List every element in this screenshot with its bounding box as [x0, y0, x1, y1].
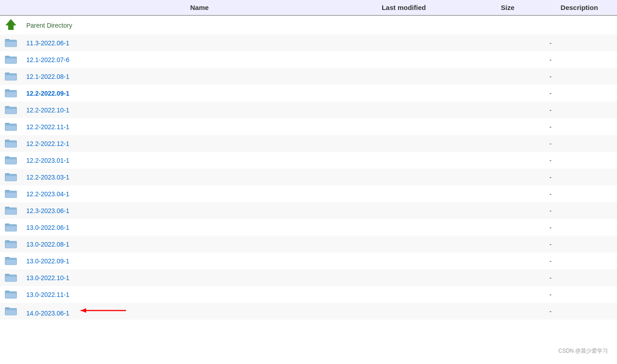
svg-rect-52	[5, 242, 17, 243]
folder-link[interactable]: 12.2-2022.10-1	[26, 107, 69, 114]
col-last-modified-header[interactable]: Last modified	[377, 0, 496, 15]
size-dash: -	[496, 118, 556, 135]
col-desc-header[interactable]: Description	[556, 0, 617, 15]
folder-link[interactable]: 12.1-2022.07-6	[26, 56, 69, 63]
size-dash: -	[496, 169, 556, 185]
folder-name-cell[interactable]: 12.1-2022.08-1	[22, 68, 377, 85]
folder-link[interactable]: 13.0-2022.09-1	[26, 257, 69, 265]
folder-icon	[5, 70, 17, 81]
red-arrow-svg	[76, 306, 131, 315]
list-item: 13.0-2022.10-1-	[0, 269, 617, 286]
size-dash: -	[496, 34, 556, 51]
folder-icon-cell	[0, 85, 22, 102]
col-size-header[interactable]: Size	[496, 0, 556, 15]
folder-link[interactable]: 12.2-2022.09-1	[26, 90, 69, 97]
folder-name-cell[interactable]: 12.2-2022.10-1	[22, 102, 377, 118]
folder-icon	[5, 272, 17, 282]
up-arrow-icon	[5, 25, 17, 32]
parent-directory-link-cell[interactable]: Parent Directory	[22, 15, 377, 34]
list-item: 11.3-2022.06-1-	[0, 34, 617, 51]
folder-link[interactable]: 13.0-2022.06-1	[26, 224, 69, 231]
folder-name-cell[interactable]: 13.0-2022.08-1	[22, 236, 377, 252]
svg-rect-32	[5, 158, 17, 160]
size-dash: -	[496, 185, 556, 202]
folder-icon-cell	[0, 118, 22, 135]
folder-icon-cell	[0, 202, 22, 219]
folder-icon	[5, 255, 17, 266]
folder-name-cell[interactable]: 12.2-2022.12-1	[22, 135, 377, 152]
folder-icon	[5, 305, 17, 316]
list-item: 12.2-2022.11-1-	[0, 118, 617, 135]
svg-rect-60	[5, 275, 17, 277]
list-item: 12.2-2023.04-1-	[0, 185, 617, 202]
folder-link[interactable]: 14.0-2023.06-1	[26, 310, 69, 317]
svg-rect-24	[5, 124, 17, 126]
folder-icon	[5, 221, 17, 232]
folder-icon-cell	[0, 68, 22, 85]
folder-link[interactable]: 11.3-2022.06-1	[26, 39, 69, 47]
folder-link[interactable]: 13.0-2022.08-1	[26, 241, 69, 248]
size-dash: -	[496, 102, 556, 118]
folder-link[interactable]: 12.2-2023.04-1	[26, 190, 69, 198]
svg-rect-44	[5, 208, 17, 210]
folder-icon-cell	[0, 185, 22, 202]
folder-icon	[5, 288, 17, 299]
folder-icon	[5, 171, 17, 182]
parent-directory-link[interactable]: Parent Directory	[26, 22, 72, 29]
svg-rect-56	[5, 258, 17, 260]
folder-icon-cell	[0, 236, 22, 252]
folder-name-cell[interactable]: 12.2-2023.01-1	[22, 152, 377, 169]
list-item: 12.2-2022.12-1-	[0, 135, 617, 152]
folder-name-cell[interactable]: 13.0-2022.10-1	[22, 269, 377, 286]
list-item: 13.0-2022.06-1-	[0, 219, 617, 236]
size-dash: -	[496, 68, 556, 85]
folder-link[interactable]: 13.0-2022.10-1	[26, 274, 69, 281]
folder-name-cell[interactable]: 13.0-2022.11-1	[22, 286, 377, 303]
list-item: 13.0-2022.11-1-	[0, 286, 617, 303]
folder-link[interactable]: 12.2-2022.11-1	[26, 123, 69, 131]
col-icon-header	[0, 0, 22, 15]
svg-rect-40	[5, 191, 17, 193]
folder-link[interactable]: 13.0-2022.11-1	[26, 291, 69, 298]
folder-icon-cell	[0, 269, 22, 286]
red-arrow-annotation	[76, 306, 131, 317]
size-dash: -	[496, 85, 556, 102]
svg-rect-20	[5, 107, 17, 109]
folder-icon	[5, 204, 17, 215]
folder-name-cell[interactable]: 12.2-2023.03-1	[22, 169, 377, 185]
folder-link[interactable]: 12.1-2022.08-1	[26, 73, 69, 80]
folder-icon-cell	[0, 252, 22, 269]
svg-rect-12	[5, 74, 17, 76]
folder-name-cell[interactable]: 14.0-2023.06-1	[22, 303, 377, 320]
folder-icon-cell	[0, 51, 22, 68]
folder-icon-cell	[0, 102, 22, 118]
folder-name-cell[interactable]: 13.0-2022.09-1	[22, 252, 377, 269]
folder-icon-cell	[0, 152, 22, 169]
size-dash: -	[496, 51, 556, 68]
parent-directory-row: Parent Directory	[0, 15, 617, 34]
folder-link[interactable]: 12.2-2022.12-1	[26, 140, 69, 147]
list-item: 12.2-2023.01-1-	[0, 152, 617, 169]
folder-link[interactable]: 12.2-2023.01-1	[26, 157, 69, 164]
folder-name-cell[interactable]: 12.2-2022.09-1	[22, 85, 377, 102]
parent-icon-cell	[0, 15, 22, 34]
folder-name-cell[interactable]: 11.3-2022.06-1	[22, 34, 377, 51]
size-dash: -	[496, 303, 556, 320]
list-item: 14.0-2023.06-1 -	[0, 303, 617, 320]
svg-rect-8	[5, 57, 17, 59]
svg-rect-16	[5, 91, 17, 92]
folder-name-cell[interactable]: 12.2-2022.11-1	[22, 118, 377, 135]
col-name-header[interactable]: Name	[22, 0, 377, 15]
folder-link[interactable]: 12.2-2023.03-1	[26, 174, 69, 181]
size-dash: -	[496, 135, 556, 152]
folder-icon-cell	[0, 286, 22, 303]
folder-link[interactable]: 12.3-2023.06-1	[26, 207, 69, 214]
watermark-text: CSDN @晨少爱学习	[558, 347, 608, 355]
folder-name-cell[interactable]: 12.3-2023.06-1	[22, 202, 377, 219]
folder-icon	[5, 238, 17, 249]
folder-icon-cell	[0, 169, 22, 185]
svg-marker-0	[5, 19, 16, 30]
folder-name-cell[interactable]: 12.1-2022.07-6	[22, 51, 377, 68]
folder-name-cell[interactable]: 12.2-2023.04-1	[22, 185, 377, 202]
folder-name-cell[interactable]: 13.0-2022.06-1	[22, 219, 377, 236]
